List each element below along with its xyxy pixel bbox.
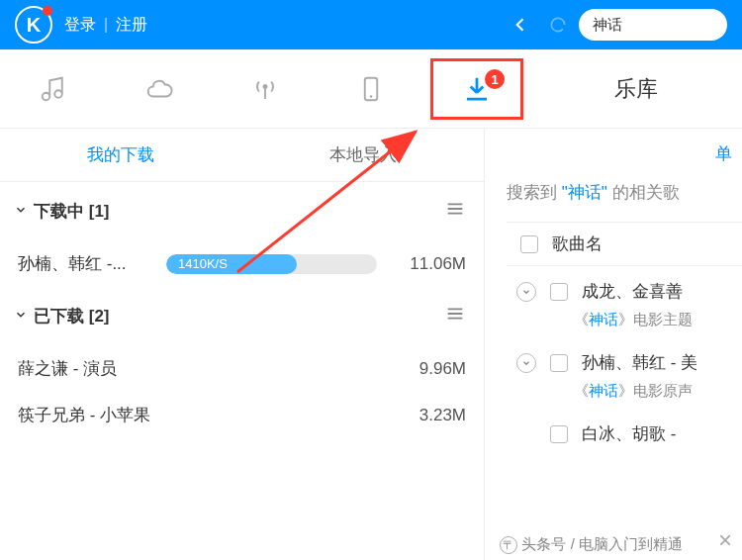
chevron-left-icon bbox=[510, 15, 530, 35]
watermark: 〒头条号 / 电脑入门到精通 bbox=[500, 535, 683, 554]
list-item[interactable]: 薛之谦 - 演员 9.96M bbox=[0, 345, 484, 392]
section-count: [1] bbox=[89, 202, 110, 222]
tab-download[interactable]: 1 bbox=[424, 49, 530, 128]
section-count: [2] bbox=[89, 307, 110, 327]
item-name: 薛之谦 - 演员 bbox=[18, 357, 387, 380]
subtab-local-import[interactable]: 本地导入 bbox=[242, 143, 485, 166]
app-header: K 登录 | 注册 神话 bbox=[0, 0, 742, 49]
item-name: 孙楠、韩红 -... bbox=[18, 252, 156, 275]
list-item[interactable]: 孙楠、韩红 -... 1410K/S 11.06M bbox=[0, 240, 484, 287]
cloud-icon bbox=[144, 74, 174, 104]
table-row[interactable]: 成龙、金喜善 bbox=[507, 266, 742, 317]
item-size: 11.06M bbox=[387, 254, 466, 274]
logo-letter: K bbox=[27, 14, 41, 37]
chevron-down-icon bbox=[14, 202, 28, 222]
watermark-icon: 〒 bbox=[500, 536, 517, 554]
download-badge: 1 bbox=[485, 69, 505, 89]
subtab-my-downloads[interactable]: 我的下载 bbox=[0, 143, 242, 166]
item-size: 9.96M bbox=[387, 359, 466, 379]
chevron-down-icon bbox=[521, 358, 531, 368]
section-menu-button[interactable] bbox=[440, 299, 470, 333]
radio-icon bbox=[250, 74, 280, 104]
section-menu-button[interactable] bbox=[440, 194, 470, 229]
login-link[interactable]: 登录 bbox=[64, 15, 96, 36]
phone-icon bbox=[356, 74, 386, 104]
chevron-down-icon bbox=[521, 287, 531, 297]
tab-library[interactable]: 乐库 bbox=[530, 49, 742, 128]
auth-separator: | bbox=[104, 16, 108, 34]
library-label: 乐库 bbox=[614, 74, 658, 104]
song-title: 白冰、胡歌 - bbox=[582, 422, 676, 445]
song-title: 孙楠、韩红 - 美 bbox=[582, 351, 697, 374]
downloading-list: 孙楠、韩红 -... 1410K/S 11.06M bbox=[0, 240, 484, 287]
table-header: 歌曲名 bbox=[507, 222, 742, 266]
select-all-checkbox[interactable] bbox=[520, 235, 538, 253]
downloaded-list: 薛之谦 - 演员 9.96M筷子兄弟 - 小苹果 3.23M bbox=[0, 345, 484, 438]
nav-refresh-button[interactable] bbox=[541, 8, 575, 42]
main-content: 我的下载 本地导入 下载中 [1] 孙楠、韩红 -... 1410K/S 11.… bbox=[0, 129, 742, 560]
subtabs: 我的下载 本地导入 bbox=[0, 129, 484, 182]
song-subtitle: 《神话》电影原声 bbox=[507, 382, 742, 401]
song-subtitle: 《神话》电影主题 bbox=[507, 311, 742, 329]
notification-dot-icon bbox=[43, 6, 52, 16]
search-result-info: 搜索到 "神话" 的相关歌 bbox=[507, 181, 742, 204]
menu-icon bbox=[444, 303, 466, 325]
col-name: 歌曲名 bbox=[552, 233, 603, 255]
section-downloading-header[interactable]: 下载中 [1] bbox=[0, 182, 484, 240]
section-title: 下载中 bbox=[34, 200, 84, 223]
right-subtab[interactable]: 单 bbox=[507, 142, 742, 165]
chevron-down-icon bbox=[14, 307, 28, 327]
tab-cloud[interactable] bbox=[106, 49, 212, 128]
svg-point-0 bbox=[262, 84, 267, 89]
tab-music[interactable] bbox=[0, 49, 106, 128]
left-panel: 我的下载 本地导入 下载中 [1] 孙楠、韩红 -... 1410K/S 11.… bbox=[0, 129, 485, 560]
svg-point-2 bbox=[370, 95, 373, 98]
search-keyword: "神话" bbox=[562, 183, 607, 202]
progress-bar: 1410K/S bbox=[166, 254, 377, 274]
section-downloaded-header[interactable]: 已下载 [2] bbox=[0, 287, 484, 345]
tab-radio[interactable] bbox=[212, 49, 318, 128]
keyword-link[interactable]: 神话 bbox=[589, 311, 618, 327]
app-logo[interactable]: K bbox=[15, 6, 52, 44]
tab-phone[interactable] bbox=[318, 49, 423, 128]
music-note-icon bbox=[39, 74, 68, 104]
search-input[interactable]: 神话 bbox=[579, 9, 727, 41]
section-title: 已下载 bbox=[34, 305, 84, 327]
row-checkbox[interactable] bbox=[550, 425, 568, 443]
expand-button[interactable] bbox=[516, 282, 536, 302]
keyword-link[interactable]: 神话 bbox=[589, 382, 618, 399]
song-title: 成龙、金喜善 bbox=[582, 280, 683, 303]
close-icon[interactable]: × bbox=[718, 526, 732, 554]
row-checkbox[interactable] bbox=[550, 354, 568, 372]
refresh-icon bbox=[548, 15, 568, 35]
menu-icon bbox=[444, 198, 466, 220]
toolbar: 1 乐库 bbox=[0, 49, 742, 129]
item-name: 筷子兄弟 - 小苹果 bbox=[18, 404, 387, 426]
expand-button[interactable] bbox=[516, 353, 536, 373]
song-list: 成龙、金喜善《神话》电影主题 孙楠、韩红 - 美《神话》电影原声 白冰、胡歌 - bbox=[507, 266, 742, 459]
table-row[interactable]: 白冰、胡歌 - bbox=[507, 409, 742, 459]
progress-fill: 1410K/S bbox=[166, 254, 297, 274]
list-item[interactable]: 筷子兄弟 - 小苹果 3.23M bbox=[0, 392, 484, 438]
table-row[interactable]: 孙楠、韩红 - 美 bbox=[507, 337, 742, 388]
row-checkbox[interactable] bbox=[550, 283, 568, 301]
nav-back-button[interactable] bbox=[504, 8, 537, 42]
item-size: 3.23M bbox=[387, 406, 466, 425]
right-panel: 单 搜索到 "神话" 的相关歌 歌曲名 成龙、金喜善《神话》电影主题 孙楠、韩红… bbox=[485, 129, 742, 560]
register-link[interactable]: 注册 bbox=[116, 15, 147, 36]
search-value: 神话 bbox=[593, 16, 622, 35]
